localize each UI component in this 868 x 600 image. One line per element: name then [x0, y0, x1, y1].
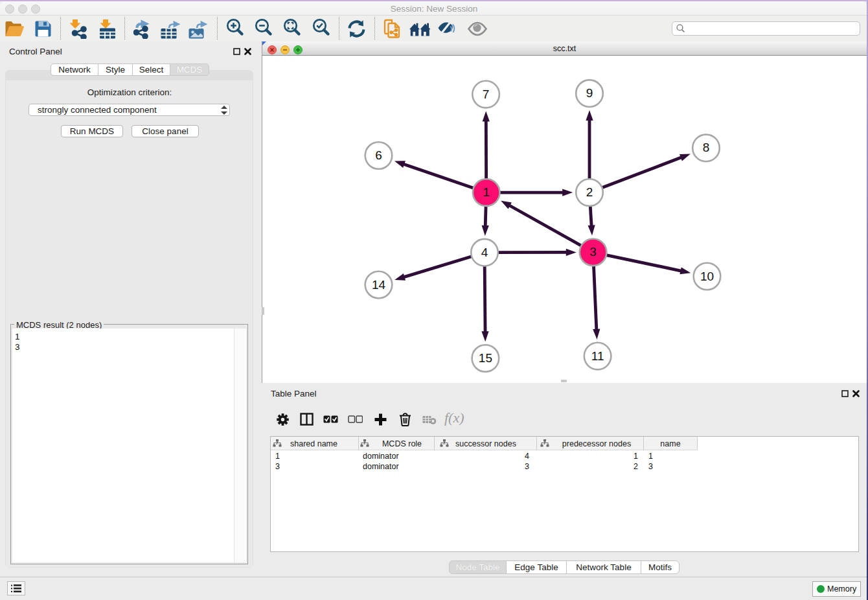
svg-text:15: 15 [479, 351, 492, 365]
svg-text:4: 4 [481, 246, 488, 259]
svg-text:11: 11 [591, 349, 604, 363]
svg-text:8: 8 [703, 141, 710, 154]
svg-text:9: 9 [586, 86, 593, 100]
svg-text:6: 6 [375, 148, 382, 162]
svg-text:3: 3 [589, 245, 597, 259]
svg-text:14: 14 [372, 278, 386, 292]
svg-text:1: 1 [483, 185, 490, 199]
svg-text:10: 10 [700, 270, 714, 283]
svg-text:2: 2 [586, 185, 593, 199]
svg-text:7: 7 [483, 87, 490, 101]
